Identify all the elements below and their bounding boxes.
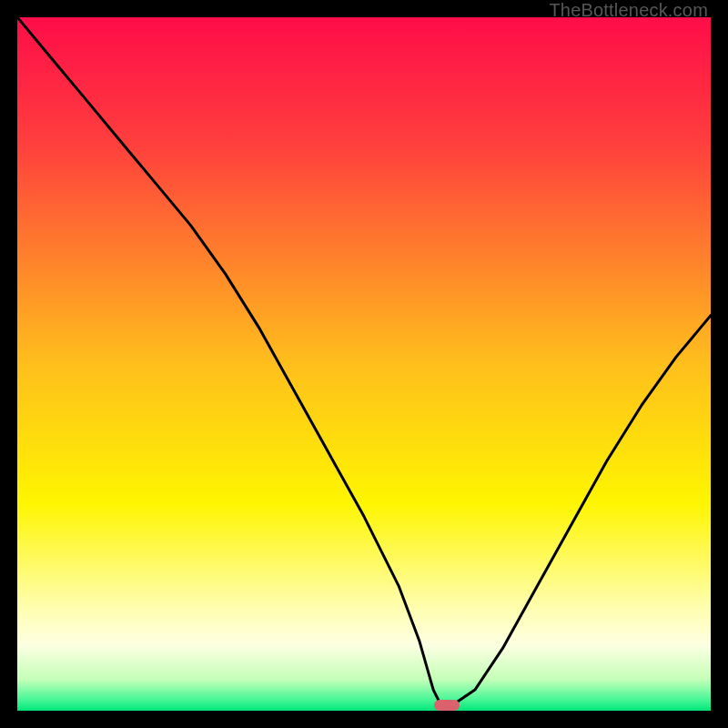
curve-path bbox=[17, 17, 711, 703]
plot-area bbox=[17, 17, 711, 711]
chart-stage: TheBottleneck.com bbox=[0, 0, 728, 728]
optimum-marker bbox=[434, 700, 460, 711]
watermark-text: TheBottleneck.com bbox=[549, 0, 708, 21]
bottleneck-curve bbox=[17, 17, 711, 711]
